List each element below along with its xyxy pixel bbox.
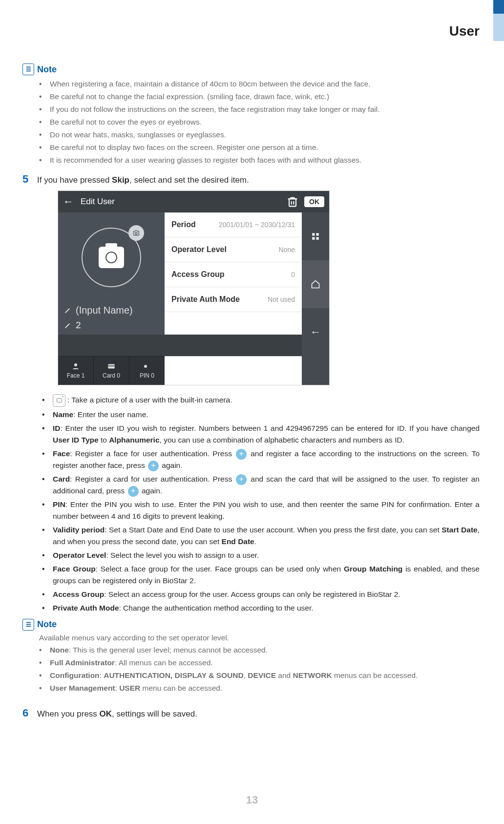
desc-bold: USER: [119, 684, 140, 692]
svg-rect-8: [108, 366, 115, 367]
note1-item: If you do not follow the instructions on…: [39, 104, 480, 115]
plus-icon: +: [236, 449, 247, 460]
field-label: Access Group: [171, 270, 224, 279]
desc-bold: Name: [53, 410, 73, 419]
input-name-placeholder: (Input Name): [76, 305, 133, 316]
delete-icon[interactable]: [286, 195, 299, 209]
desc-bold: Access Group: [53, 590, 104, 598]
note-label: Note: [37, 619, 57, 630]
note2-item-um: User Management: USER menu can be access…: [39, 682, 480, 694]
note1-item: Be careful not to cover the eyes or eyeb…: [39, 116, 480, 128]
desc-face: Face: Register a face for user authentic…: [42, 448, 480, 471]
svg-rect-0: [289, 199, 296, 206]
desc-bold: Card: [53, 475, 70, 483]
credential-bar: Face 1 Card 0 PIN 0: [58, 356, 165, 385]
edit-icon: [64, 306, 72, 314]
desc-name: Name: Enter the user name.: [42, 409, 480, 421]
credential-label: PIN 0: [140, 372, 154, 379]
step-number: 6: [22, 707, 37, 719]
desc-private-auth: Private Auth Mode: Change the authentica…: [42, 602, 480, 614]
device-screenshot: ← Edit User OK: [58, 190, 330, 385]
note2-lead: Available menus vary according to the se…: [22, 634, 480, 642]
svg-point-6: [74, 363, 77, 366]
note2-item-cfg: Configuration: AUTHENTICATION, DISPLAY &…: [39, 670, 480, 681]
desc-text: : Register a card for user authenticatio…: [70, 475, 235, 483]
plus-icon: +: [148, 461, 159, 471]
field-value: 0: [291, 271, 295, 278]
step6-post: , settings will be saved.: [112, 709, 197, 718]
desc-card: Card: Register a card for user authentic…: [42, 473, 480, 497]
field-private-auth-mode[interactable]: Private Auth Mode Not used: [165, 287, 302, 312]
field-operator-level[interactable]: Operator Level None: [165, 237, 302, 262]
user-profile-panel: (Input Name) 2: [58, 212, 165, 335]
note1-item: When registering a face, maintain a dist…: [39, 78, 480, 90]
desc-access-group: Access Group: Select an access group for…: [42, 589, 480, 600]
desc-bold: Face: [53, 449, 70, 458]
desc-text: again.: [160, 461, 183, 469]
desc-text: : All menus can be accessed.: [115, 658, 213, 667]
desc-text: : Select the level you wish to assign to…: [106, 551, 259, 559]
desc-bold: Configuration: [50, 671, 100, 679]
field-value: 2001/01/01 ~ 2030/12/31: [219, 221, 295, 229]
id-input-row[interactable]: 2: [58, 318, 165, 335]
desc-bold: None: [50, 646, 69, 654]
plus-icon: +: [128, 486, 139, 497]
note1-item: It is recommended for a user wearing gla…: [39, 154, 480, 166]
step6-bold: OK: [100, 709, 112, 718]
desc-text: : Enter the PIN you wish to use. Enter t…: [53, 500, 480, 520]
desc-bold: User Management: [50, 684, 115, 692]
svg-rect-4: [312, 237, 315, 239]
svg-rect-3: [316, 233, 319, 235]
credential-label: Card 0: [103, 372, 120, 379]
field-label: Private Auth Mode: [171, 295, 240, 304]
card-icon: [107, 362, 116, 371]
desc-validity: Validity period: Set a Start Date and En…: [42, 524, 480, 548]
plus-icon: +: [236, 474, 247, 485]
note-icon: ☰: [22, 63, 34, 75]
step-6: 6 When you press OK, settings will be sa…: [22, 707, 480, 720]
desc-bold: DEVICE: [248, 671, 276, 679]
desc-text: : Enter the user ID you wish to register…: [61, 424, 480, 432]
desc-bold: End Date: [222, 537, 254, 546]
desc-pin: PIN: Enter the PIN you wish to use. Ente…: [42, 499, 480, 522]
take-photo-badge[interactable]: [128, 225, 144, 241]
field-value: Not used: [268, 296, 295, 303]
ok-button[interactable]: OK: [304, 196, 324, 207]
step-text: If you have pressed Skip, select and set…: [37, 173, 249, 187]
home-icon[interactable]: [302, 260, 329, 308]
desc-camera: : Take a picture of a user with the buil…: [42, 394, 480, 407]
credential-face[interactable]: Face 1: [58, 357, 94, 385]
note2-item-none: None: This is the general user level; me…: [39, 644, 480, 656]
step-number: 5: [22, 173, 37, 186]
field-value: None: [279, 246, 295, 254]
field-access-group[interactable]: Access Group 0: [165, 262, 302, 287]
user-fields-panel: Period 2001/01/01 ~ 2030/12/31 Operator …: [165, 212, 302, 335]
edit-icon: [64, 321, 72, 329]
side-tab-bottom: [493, 14, 504, 41]
step6-pre: When you press: [37, 709, 100, 718]
apps-icon[interactable]: [302, 212, 329, 260]
svg-point-9: [144, 365, 147, 368]
name-input-row[interactable]: (Input Name): [58, 303, 165, 318]
desc-text: : Set a Start Date and End Date to use t…: [105, 526, 441, 534]
step5-post: , select and set the desired item.: [129, 175, 249, 185]
desc-id: ID: Enter the user ID you wish to regist…: [42, 423, 480, 446]
desc-text: and: [276, 671, 293, 679]
credential-card[interactable]: Card 0: [94, 357, 129, 385]
field-period[interactable]: Period 2001/01/01 ~ 2030/12/31: [165, 212, 302, 237]
desc-bold: Group Matching: [344, 565, 402, 573]
field-descriptions: : Take a picture of a user with the buil…: [22, 394, 480, 614]
back-nav-icon[interactable]: ←: [302, 308, 329, 356]
note2-item-fa: Full Administrator: All menus can be acc…: [39, 657, 480, 669]
face-icon: [71, 362, 80, 371]
step5-bold: Skip: [112, 175, 129, 185]
desc-bold: User ID Type: [53, 436, 99, 444]
key-icon: [143, 362, 151, 371]
credential-pin[interactable]: PIN 0: [129, 357, 165, 385]
desc-text: : Select an access group for the user. A…: [104, 590, 400, 598]
desc-bold: ID: [53, 424, 61, 432]
desc-bold: Operator Level: [53, 551, 106, 559]
back-icon[interactable]: ←: [63, 195, 74, 208]
svg-rect-2: [312, 233, 315, 235]
note-icon: ☰: [22, 619, 34, 631]
